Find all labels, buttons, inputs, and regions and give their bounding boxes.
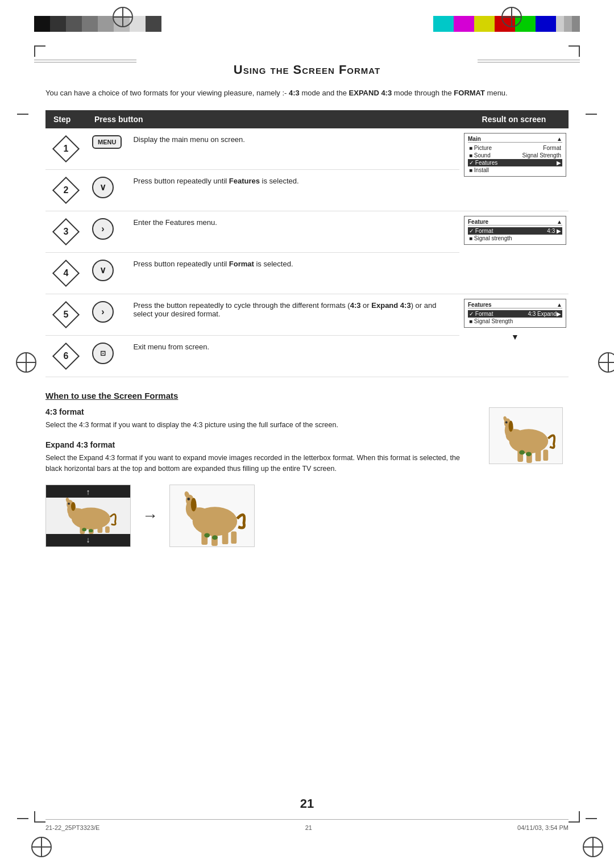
step-3-button: ›: [86, 211, 127, 252]
table-row: 1 MENU Display the main menu on screen. …: [45, 128, 569, 170]
down-button-1: ∨: [92, 177, 114, 198]
steps-table: Step Press button Result on screen 1 MEN…: [45, 110, 569, 377]
svg-rect-29: [222, 531, 229, 544]
step-3-desc: Enter the Features menu.: [127, 211, 459, 252]
expand-section-images: ↑ ↓ →: [45, 485, 569, 547]
section-title: When to use the Screen Formats: [45, 391, 569, 400]
svg-rect-4: [543, 449, 548, 461]
expand-after-image: [169, 485, 255, 547]
svg-point-24: [82, 528, 86, 531]
reg-mark-left: [17, 114, 28, 115]
svg-point-38: [212, 535, 218, 540]
svg-rect-30: [231, 531, 237, 544]
footer-date: 04/11/03, 3:54 PM: [517, 824, 569, 831]
step-5-button: ›: [86, 294, 127, 335]
step-1-num: 1: [45, 128, 86, 170]
svg-point-25: [89, 529, 93, 532]
menu-screen-1: Main▲ ■ PictureFormat ■ SoundSignal Stre…: [464, 133, 566, 177]
letterbox-before-image: ↑ ↓: [45, 485, 131, 547]
result-group-3: Features▲ ✓ Format4:3 Expand▶ ■ Signal S…: [459, 294, 569, 377]
menu-screen-3: Features▲ ✓ Format4:3 Expand▶ ■ Signal S…: [464, 299, 566, 328]
step-1-desc: Display the main menu on screen.: [127, 128, 459, 170]
expand-arrow-right: →: [142, 507, 158, 525]
right-button-2: ›: [92, 301, 114, 323]
footer-doc-number: 21-22_25PT3323/E: [45, 824, 99, 831]
main-content: Using the Screen Format You can have a c…: [45, 62, 569, 547]
horse-image-43: [489, 407, 563, 464]
right-button-1: ›: [92, 218, 114, 240]
step-number-3: 3: [55, 220, 77, 243]
format-descriptions: 4:3 format Select the 4:3 format if you …: [45, 407, 472, 474]
expand43-title: Expand 4:3 format: [45, 440, 472, 449]
step-6-desc: Exit menu from screen.: [127, 335, 459, 377]
step-1-button: MENU: [86, 128, 127, 170]
expand43-text: Select the Expand 4:3 format if you want…: [45, 453, 472, 474]
down-arrow-indicator: ▼: [464, 332, 566, 341]
footer: 21-22_25PT3323/E 21 04/11/03, 3:54 PM: [45, 819, 569, 831]
step-2-desc: Press button repeatedly until Features i…: [127, 169, 459, 211]
table-row: 3 › Enter the Features menu. Feature▲ ✓ …: [45, 211, 569, 252]
when-section-layout: 4:3 format Select the 4:3 format if you …: [45, 407, 569, 474]
down-button-2: ∨: [92, 260, 114, 281]
menu-screen-2: Feature▲ ✓ Format4:3 ▶ ■ Signal strength: [464, 216, 566, 245]
step-5-desc: Press the button repeatedly to cycle thr…: [127, 294, 459, 335]
format43-text: Select the 4:3 format if you want to dis…: [45, 420, 472, 431]
svg-point-22: [68, 502, 70, 504]
step-number-2: 2: [55, 179, 77, 202]
col-header-press-button: Press button: [86, 110, 459, 128]
step-number-1: 1: [55, 137, 77, 160]
col-header-step: Step: [45, 110, 86, 128]
corner-mark-bl: [34, 811, 45, 823]
svg-point-10: [505, 421, 508, 423]
step-3-num: 3: [45, 211, 86, 252]
reg-mark-right2: [586, 818, 597, 819]
step-number-6: 6: [55, 345, 77, 368]
svg-point-12: [526, 452, 532, 456]
horse-svg-43: [489, 408, 562, 464]
menu-exit-button: ⊡: [92, 343, 114, 364]
result-group-2: Feature▲ ✓ Format4:3 ▶ ■ Signal strength: [459, 211, 569, 294]
step-6-button: ⊡: [86, 335, 127, 377]
step-5-num: 5: [45, 294, 86, 335]
step-number-4: 4: [55, 262, 77, 285]
horse-svg-expanded: [170, 485, 254, 546]
corner-mark-tr: [569, 45, 580, 57]
svg-point-23: [71, 502, 76, 511]
page-title: Using the Screen Format: [45, 62, 569, 77]
horse-svg-letterbox: [46, 498, 130, 534]
svg-rect-17: [105, 526, 110, 533]
menu-button: MENU: [92, 135, 122, 149]
step-6-num: 6: [45, 335, 86, 377]
format43-image-area: [489, 407, 569, 474]
result-group-1: Main▲ ■ PictureFormat ■ SoundSignal Stre…: [459, 128, 569, 211]
corner-mark-br: [569, 811, 580, 823]
col-header-result: Result on screen: [459, 110, 569, 128]
step-4-button: ∨: [86, 252, 127, 294]
intro-paragraph: You can have a choice of two formats for…: [45, 87, 569, 99]
svg-point-35: [187, 498, 190, 500]
page-number: 21: [300, 796, 314, 811]
svg-point-11: [519, 450, 525, 454]
reg-mark-left2: [17, 818, 28, 819]
footer-page-number: 21: [305, 824, 312, 831]
svg-point-37: [204, 533, 210, 537]
step-number-5: 5: [55, 303, 77, 326]
format43-title: 4:3 format: [45, 407, 472, 416]
when-to-use-section: When to use the Screen Formats 4:3 forma…: [45, 391, 569, 547]
corner-mark-tl: [34, 45, 45, 57]
step-4-num: 4: [45, 252, 86, 294]
reg-mark-right: [586, 114, 597, 115]
step-2-button: ∨: [86, 169, 127, 211]
step-4-desc: Press button repeatedly until Format is …: [127, 252, 459, 294]
step-2-num: 2: [45, 169, 86, 211]
svg-rect-16: [97, 525, 102, 533]
svg-point-9: [509, 420, 513, 432]
svg-rect-3: [536, 449, 541, 461]
svg-point-36: [191, 498, 197, 511]
table-row: 5 › Press the button repeatedly to cycle…: [45, 294, 569, 335]
